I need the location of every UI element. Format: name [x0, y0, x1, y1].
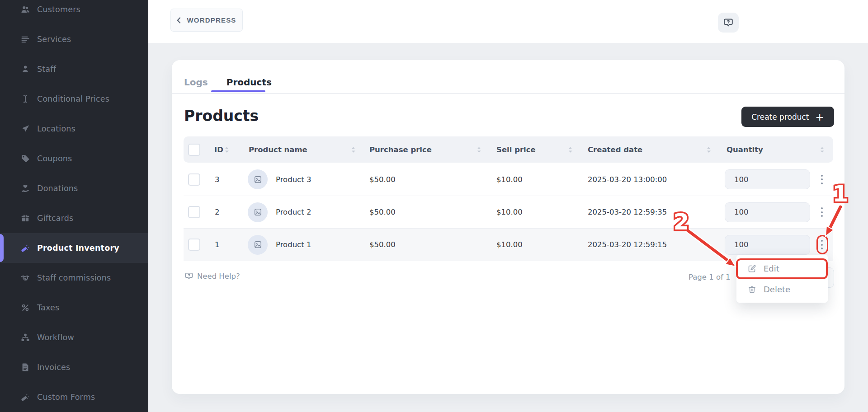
tab-logs[interactable]: Logs [184, 75, 208, 89]
sidebar-item-workflow[interactable]: Workflow [0, 323, 148, 352]
plus-icon: + [816, 112, 824, 122]
cell-quantity [720, 202, 833, 222]
services-icon [20, 34, 31, 45]
sort-icon [351, 146, 355, 153]
product-inventory-icon [20, 243, 31, 253]
sidebar-item-customers[interactable]: Customers [0, 0, 148, 24]
row-checkbox[interactable] [188, 239, 200, 251]
menu-item-delete[interactable]: Delete [736, 279, 828, 300]
cell-id: 1 [210, 240, 238, 249]
sidebar-item-staff[interactable]: Staff [0, 54, 148, 84]
edit-icon [747, 264, 757, 273]
tabs-divider [172, 93, 844, 94]
sidebar-item-invoices[interactable]: Invoices [0, 352, 148, 382]
conditional-prices-icon [20, 94, 31, 104]
cell-sell-price: $10.00 [490, 175, 581, 184]
sidebar-item-taxes[interactable]: Taxes [0, 293, 148, 323]
tab-products[interactable]: Products [226, 75, 272, 89]
back-button-label: WORDPRESS [187, 16, 236, 24]
sidebar-item-services[interactable]: Services [0, 24, 148, 54]
table-body: 3 Product 3 $50.00 $10.00 2025-03-20 13:… [184, 163, 833, 261]
column-header-sell-price[interactable]: Sell price [490, 145, 581, 154]
product-name-text: Product 3 [276, 175, 311, 184]
cell-product-name: Product 3 [238, 169, 364, 189]
sidebar: Customers Services Staff Conditional Pri… [0, 0, 148, 412]
cell-created-date: 2025-03-20 13:00:00 [581, 175, 720, 184]
workflow-icon [20, 332, 31, 343]
quantity-input[interactable] [725, 202, 810, 222]
cell-id: 2 [210, 208, 238, 216]
sidebar-item-donations[interactable]: Donations [0, 173, 148, 203]
cell-quantity [720, 235, 833, 255]
tab-label: Products [226, 77, 272, 88]
image-icon [254, 240, 262, 249]
quantity-input[interactable] [725, 235, 810, 255]
cell-created-date: 2025-03-20 12:59:15 [581, 240, 720, 249]
products-card: Logs Products Products Create product + … [172, 60, 844, 394]
sort-icon [225, 146, 229, 153]
tab-label: Logs [184, 77, 208, 88]
product-image-placeholder [248, 202, 268, 222]
trash-icon [747, 285, 757, 294]
topbar: WORDPRESS [148, 0, 868, 43]
sort-icon [477, 146, 481, 153]
image-icon [254, 175, 262, 184]
help-bubble-icon [184, 272, 193, 281]
row-actions-menu: Edit Delete [736, 255, 828, 303]
product-image-placeholder [248, 169, 268, 189]
column-header-product-name[interactable]: Product name [238, 145, 364, 154]
sidebar-item-product-inventory[interactable]: Product Inventory [0, 233, 148, 263]
cell-quantity [720, 169, 833, 189]
staff-commissions-icon [20, 272, 31, 283]
row-actions-button[interactable] [818, 203, 826, 222]
back-to-wordpress-button[interactable]: WORDPRESS [170, 9, 243, 32]
sidebar-menu: Customers Services Staff Conditional Pri… [0, 0, 148, 412]
table-row: 1 Product 1 $50.00 $10.00 2025-03-20 12:… [184, 228, 833, 261]
sort-icon [707, 146, 711, 153]
sidebar-item-custom-forms[interactable]: Custom Forms [0, 382, 148, 412]
menu-item-edit[interactable]: Edit [736, 258, 828, 279]
pagination-status: Page 1 of 1 [689, 273, 731, 281]
products-table: ID Product name Purchase price Sell pric… [184, 136, 833, 261]
chevron-left-icon [177, 17, 181, 23]
quantity-input[interactable] [725, 169, 810, 189]
staff-icon [20, 64, 31, 75]
table-row: 2 Product 2 $50.00 $10.00 2025-03-20 12:… [184, 196, 833, 228]
create-product-button[interactable]: Create product + [741, 107, 834, 127]
cell-id: 3 [210, 175, 238, 184]
locations-icon [20, 123, 31, 134]
need-help-link[interactable]: Need Help? [184, 272, 240, 281]
product-image-placeholder [248, 235, 268, 255]
sidebar-item-locations[interactable]: Locations [0, 114, 148, 144]
giftcards-icon [20, 213, 31, 224]
invoices-icon [20, 362, 31, 373]
product-name-text: Product 2 [276, 208, 311, 216]
cell-created-date: 2025-03-20 12:59:35 [581, 208, 720, 216]
image-icon [254, 208, 262, 216]
active-indicator [0, 234, 4, 262]
cell-product-name: Product 1 [238, 235, 364, 255]
column-header-id[interactable]: ID [210, 145, 238, 154]
help-bubble-icon [723, 17, 734, 28]
row-checkbox[interactable] [188, 173, 200, 186]
create-product-label: Create product [751, 112, 809, 122]
sidebar-item-coupons[interactable]: Coupons [0, 144, 148, 173]
sidebar-item-conditional-prices[interactable]: Conditional Prices [0, 84, 148, 114]
donations-icon [20, 183, 31, 194]
column-header-purchase-price[interactable]: Purchase price [364, 145, 490, 154]
row-actions-button[interactable] [818, 170, 826, 189]
column-header-created-date[interactable]: Created date [581, 145, 720, 154]
help-button[interactable] [718, 13, 739, 33]
select-all-checkbox[interactable] [188, 144, 200, 156]
page-title: Products [184, 107, 259, 125]
sort-icon [820, 146, 824, 153]
row-actions-button[interactable] [818, 235, 826, 254]
cell-purchase-price: $50.00 [364, 208, 490, 216]
sidebar-item-giftcards[interactable]: Giftcards [0, 203, 148, 233]
taxes-icon [20, 302, 31, 313]
table-row: 3 Product 3 $50.00 $10.00 2025-03-20 13:… [184, 163, 833, 196]
column-header-quantity[interactable]: Quantity [720, 145, 833, 154]
cell-sell-price: $10.00 [490, 240, 581, 249]
row-checkbox[interactable] [188, 206, 200, 218]
sidebar-item-staff-commissions[interactable]: Staff commissions [0, 263, 148, 293]
